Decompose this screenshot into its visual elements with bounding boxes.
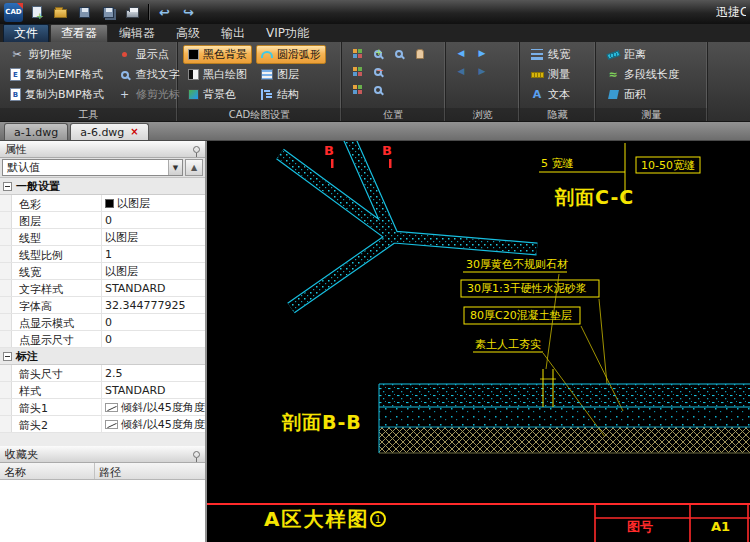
property-row-pointsize[interactable]: 点显示尺寸0 xyxy=(0,331,205,348)
position-page-button[interactable] xyxy=(347,81,367,98)
zoom-extents-button[interactable] xyxy=(368,81,388,98)
window-title: 迅捷C xyxy=(716,4,746,21)
favorites-col-name[interactable]: 名称 xyxy=(0,463,95,479)
position-button[interactable] xyxy=(347,45,367,62)
position-extents-button[interactable] xyxy=(347,63,367,80)
redo-button[interactable]: ↪ xyxy=(178,3,199,22)
first-page-button[interactable]: ◀ xyxy=(451,63,471,80)
favorites-col-path[interactable]: 路径 xyxy=(95,463,205,479)
properties-view-button[interactable]: ▲ xyxy=(185,159,203,176)
close-tab-icon[interactable]: × xyxy=(130,127,138,137)
lineweight-icon xyxy=(530,48,544,62)
favorites-list[interactable] xyxy=(0,480,205,542)
copy-bmp-button[interactable]: B复制为BMP格式 xyxy=(5,85,109,104)
find-text-button[interactable]: 查找文字 xyxy=(113,65,185,84)
pin-icon[interactable] xyxy=(193,451,200,458)
menu-tab-viewer[interactable]: 查看器 xyxy=(50,24,108,42)
copy-emf-button[interactable]: E复制为EMF格式 xyxy=(5,65,109,84)
arrow-left-icon: ◀ xyxy=(458,49,465,58)
arrowhead-icon xyxy=(105,420,118,429)
menu-tab-file[interactable]: 文件 xyxy=(3,24,49,42)
layers-button[interactable]: 图层 xyxy=(256,65,326,84)
previous-view-button[interactable]: ◀ xyxy=(451,45,471,62)
property-row-arrow1[interactable]: 箭头1倾斜/以45度角度开放 xyxy=(0,399,205,416)
measure-distance-button[interactable]: 距离 xyxy=(601,45,684,64)
layers-icon xyxy=(261,69,273,80)
menu-tab-vip[interactable]: VIP功能 xyxy=(256,25,319,42)
group-label-cad-settings: CAD绘图设置 xyxy=(178,108,341,121)
callout-stone: 30厚黄色不规则石材 xyxy=(466,259,568,271)
property-row-dimstyle[interactable]: 样式STANDARD xyxy=(0,382,205,399)
background-color-button[interactable]: 背景色 xyxy=(183,85,252,104)
cad-viewer-window: CAD ↩ ↪ 迅捷C 文件 查看器 编辑器 高级 输出 VIP功能 ✂剪切框架… xyxy=(0,0,750,542)
text-a-icon: A xyxy=(530,88,544,102)
menu-tab-advanced[interactable]: 高级 xyxy=(166,25,210,42)
property-row-ltscale[interactable]: 线型比例1 xyxy=(0,246,205,263)
property-row-color[interactable]: 色彩以图层 xyxy=(0,195,205,212)
ribbon-group-cad-settings: 黑色背景 黑白绘图 背景色 圆滑弧形 图层 结构 CAD绘图设置 xyxy=(178,42,342,121)
zoom-extents-icon xyxy=(374,86,382,94)
zoom-in-button[interactable] xyxy=(368,45,388,62)
trim-cursor-button[interactable]: +修剪光标 xyxy=(113,85,185,104)
dim-label-seam5: 5 宽缝 xyxy=(541,158,574,170)
new-file-button[interactable] xyxy=(26,3,47,22)
properties-panel-header: 属性 xyxy=(0,141,205,158)
show-points-button[interactable]: 显示点 xyxy=(113,45,185,64)
properties-title: 属性 xyxy=(5,142,27,157)
doc-tab-a1[interactable]: a-1.dwg xyxy=(4,123,68,140)
property-row-textstyle[interactable]: 文字样式STANDARD xyxy=(0,280,205,297)
clip-frame-button[interactable]: ✂剪切框架 xyxy=(5,45,109,64)
section-dimension[interactable]: 标注 xyxy=(0,348,205,365)
favorites-title: 收藏夹 xyxy=(5,447,38,462)
property-row-linetype[interactable]: 线型以图层 xyxy=(0,229,205,246)
titleblock-sheet-number: A1 xyxy=(711,520,730,534)
save-button[interactable] xyxy=(74,3,95,22)
property-row-layer[interactable]: 图层0 xyxy=(0,212,205,229)
property-row-pointmode[interactable]: 点显示模式0 xyxy=(0,314,205,331)
property-row-fontheight[interactable]: 字体高32.344777925 xyxy=(0,297,205,314)
zoom-window-button[interactable] xyxy=(389,45,409,62)
smooth-arc-button[interactable]: 圆滑弧形 xyxy=(256,45,326,64)
chevron-down-icon[interactable]: ▼ xyxy=(168,160,182,175)
hide-text-button[interactable]: A文本 xyxy=(525,85,575,104)
collapse-icon[interactable] xyxy=(3,352,12,361)
next-view-button[interactable]: ▶ xyxy=(472,45,492,62)
measure-polyline-button[interactable]: ≈多段线长度 xyxy=(601,65,684,84)
ribbon-group-browse: ◀ ▶ ◀ ▶ 浏览 xyxy=(446,42,520,121)
section-bb-title: 剖面B-B xyxy=(282,412,362,433)
hand-icon xyxy=(416,49,424,59)
menu-tab-output[interactable]: 输出 xyxy=(211,25,255,42)
ribbon-group-tools: ✂剪切框架 E复制为EMF格式 B复制为BMP格式 显示点 查找文字 +修剪光标… xyxy=(0,42,178,121)
hide-measure-button[interactable]: 测量 xyxy=(525,65,575,84)
zoom-out-button[interactable] xyxy=(368,63,388,80)
property-row-lineweight[interactable]: 线宽以图层 xyxy=(0,263,205,280)
structure-button[interactable]: 结构 xyxy=(256,85,326,104)
save-all-button[interactable] xyxy=(98,3,119,22)
print-button[interactable] xyxy=(122,3,143,22)
hide-lineweight-button[interactable]: 线宽 xyxy=(525,45,575,64)
doc-tab-a6[interactable]: a-6.dwg× xyxy=(70,123,149,140)
bw-drawing-button[interactable]: 黑白绘图 xyxy=(183,65,252,84)
property-row-arrow2[interactable]: 箭头2倾斜/以45度角度开放 xyxy=(0,416,205,433)
preset-dropdown[interactable]: 默认值 ▼ xyxy=(2,159,183,176)
measure-area-button[interactable]: 面积 xyxy=(601,85,684,104)
ribbon-group-position: 位置 xyxy=(342,42,446,121)
crosshair-icon: + xyxy=(118,88,132,102)
color-swatch-icon xyxy=(188,89,199,100)
undo-button[interactable]: ↩ xyxy=(154,3,175,22)
property-row-arrowsize[interactable]: 箭头尺寸2.5 xyxy=(0,365,205,382)
pan-button[interactable] xyxy=(410,45,430,62)
open-file-button[interactable] xyxy=(50,3,71,22)
panel-gap xyxy=(0,433,205,446)
section-marker-b-right: B xyxy=(382,144,392,158)
bmp-doc-icon: B xyxy=(10,88,21,101)
pin-icon[interactable] xyxy=(193,146,200,153)
section-general[interactable]: 一般设置 xyxy=(0,178,205,195)
color-swatch xyxy=(105,199,114,208)
black-background-button[interactable]: 黑色背景 xyxy=(183,45,252,64)
collapse-icon[interactable] xyxy=(3,182,12,191)
ribbon-spacer xyxy=(708,42,750,121)
menu-tab-editor[interactable]: 编辑器 xyxy=(109,25,165,42)
cad-canvas[interactable]: B B 5 宽缝 10-50宽缝 剖面C-C 30厚黄色不规则石材 30厚1:3… xyxy=(207,141,750,542)
last-page-button[interactable]: ▶ xyxy=(472,63,492,80)
